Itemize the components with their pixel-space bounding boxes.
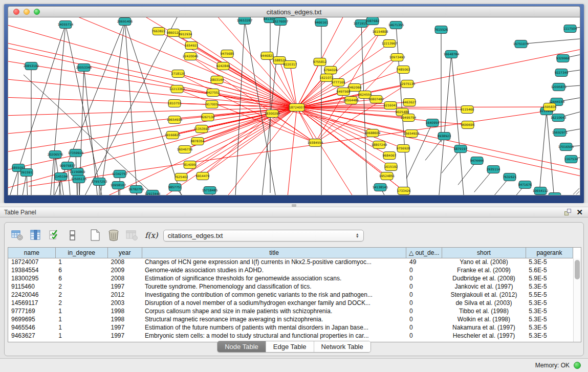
- column-header-in-degree[interactable]: in_degree: [55, 248, 107, 258]
- table-cell[interactable]: Structural magnetic resonance image aver…: [142, 315, 406, 323]
- graph-node[interactable]: 15751074: [513, 40, 529, 48]
- graph-node[interactable]: 1117504: [563, 25, 577, 33]
- graph-node[interactable]: 12213363: [169, 85, 185, 93]
- table-cell[interactable]: 2012: [107, 291, 142, 299]
- graph-node[interactable]: 16782759: [128, 186, 144, 193]
- graph-node[interactable]: 1654921: [185, 42, 199, 50]
- table-cell[interactable]: 0: [406, 332, 442, 340]
- graph-node[interactable]: 12505135: [71, 176, 87, 183]
- graph-node[interactable]: 12975135: [400, 80, 416, 88]
- column-header-year[interactable]: year: [107, 248, 142, 258]
- tab-node-table[interactable]: Node Table: [217, 341, 266, 352]
- graph-node[interactable]: 2803144: [210, 76, 224, 84]
- graph-node[interactable]: 9329966: [556, 55, 570, 62]
- graph-node[interactable]: 19654935: [167, 116, 183, 124]
- table-cell[interactable]: 5.9E-5: [526, 274, 573, 282]
- table-cell[interactable]: 5.6E-5: [526, 266, 573, 274]
- table-cell[interactable]: 1: [55, 323, 107, 332]
- graph-node[interactable]: 9684067: [383, 152, 397, 160]
- graph-node[interactable]: 11353593: [194, 125, 210, 133]
- graph-node[interactable]: 2935114: [487, 166, 500, 173]
- graph-node[interactable]: 15692971: [552, 129, 568, 137]
- table-cell[interactable]: Tourette syndrome. Phenomenology and cla…: [142, 282, 406, 291]
- graph-node[interactable]: 16046736: [177, 146, 193, 154]
- graph-node[interactable]: 17957253: [92, 178, 107, 186]
- column-header-name[interactable]: name: [8, 248, 55, 258]
- graph-node[interactable]: 9755812: [313, 58, 327, 66]
- table-cell[interactable]: 1: [55, 258, 107, 266]
- graph-node[interactable]: 1167534: [564, 156, 578, 163]
- graph-node[interactable]: 20853102: [24, 62, 39, 70]
- table-cell[interactable]: Wolkin et al. (1998): [442, 315, 526, 323]
- table-row[interactable]: 946554611997Estimation of the future num…: [8, 323, 573, 332]
- column-header-pagerank[interactable]: pagerank: [526, 248, 573, 258]
- graph-node[interactable]: 2087682: [366, 17, 380, 25]
- table-cell[interactable]: 0: [406, 299, 442, 307]
- table-cell[interactable]: 9115460: [8, 282, 55, 291]
- column-header-out-de-[interactable]: △ out_de...: [406, 248, 442, 258]
- graph-node[interactable]: 14055714: [58, 21, 74, 29]
- graph-node[interactable]: 20564486: [343, 97, 359, 104]
- table-cell[interactable]: Corpus callosum shape and size in male p…: [142, 307, 406, 315]
- graph-node[interactable]: 1733426: [397, 187, 411, 195]
- table-cell[interactable]: 1: [55, 315, 107, 323]
- table-cell[interactable]: 0: [406, 315, 442, 323]
- column-visibility-button[interactable]: [28, 228, 43, 243]
- table-cell[interactable]: 5.3E-5: [526, 323, 573, 332]
- graph-node[interactable]: 6794028: [324, 67, 338, 74]
- graph-node[interactable]: 10688609: [365, 129, 381, 137]
- column-header-short[interactable]: short: [442, 248, 526, 258]
- graph-node[interactable]: 12342757: [112, 170, 128, 178]
- table-cell[interactable]: 2: [55, 299, 107, 307]
- table-cell[interactable]: 0: [406, 282, 442, 291]
- table-cell[interactable]: 18724007: [8, 258, 55, 266]
- table-cell[interactable]: 0: [406, 274, 442, 282]
- table-cell[interactable]: Embryonic stem cells: a model to study s…: [142, 332, 406, 340]
- graph-node[interactable]: 8220317: [284, 61, 297, 69]
- graph-node[interactable]: 8267130: [201, 114, 215, 121]
- table-cell[interactable]: 0: [406, 307, 442, 315]
- graph-node[interactable]: 9446821: [260, 52, 274, 60]
- column-header-title[interactable]: title: [142, 248, 406, 258]
- table-row[interactable]: 2242004622012Investigating the contribut…: [8, 291, 573, 299]
- table-cell[interactable]: Estimation of significance thresholds fo…: [142, 274, 406, 282]
- network-canvas[interactable]: 1405571420691406106532878413054152760079…: [8, 17, 580, 195]
- graph-node[interactable]: 14138141: [373, 184, 388, 191]
- graph-node[interactable]: 16210643: [551, 114, 567, 122]
- graph-node[interactable]: 7615526: [434, 26, 448, 34]
- table-cell[interactable]: 5.3E-5: [526, 282, 573, 291]
- graph-node[interactable]: 6497568: [337, 88, 351, 96]
- table-cell[interactable]: 9465546: [8, 323, 55, 332]
- table-select-dropdown[interactable]: citations_edges.txt ▲▼: [163, 230, 364, 242]
- table-cell[interactable]: 0: [406, 323, 442, 332]
- graph-node[interactable]: 9227349: [555, 69, 569, 77]
- graph-node[interactable]: 8427552: [206, 89, 220, 97]
- graph-node[interactable]: 7632621: [503, 173, 517, 181]
- table-cell[interactable]: Nakamura et al. (1997): [442, 323, 526, 332]
- graph-node[interactable]: 9474444: [470, 157, 484, 165]
- table-cell[interactable]: 2: [55, 291, 107, 299]
- select-all-button[interactable]: [47, 228, 62, 243]
- table-cell[interactable]: 6: [55, 266, 107, 274]
- graph-node[interactable]: 1615192: [384, 163, 398, 171]
- table-cell[interactable]: 6: [55, 274, 107, 282]
- tab-network-table[interactable]: Network Table: [314, 341, 371, 352]
- table-cell[interactable]: Disruption of a novel member of a sodium…: [142, 299, 406, 307]
- close-panel-icon[interactable]: ✕: [576, 209, 583, 215]
- function-builder-button[interactable]: f(x): [145, 231, 158, 240]
- graph-node[interactable]: 16154808: [373, 28, 388, 36]
- graph-node[interactable]: 10654112: [533, 187, 549, 195]
- graph-node[interactable]: 6914479: [196, 172, 210, 180]
- graph-node[interactable]: 19384554: [308, 139, 323, 147]
- graph-node[interactable]: 1810755: [168, 100, 182, 107]
- graph-node[interactable]: 1640954: [426, 119, 440, 127]
- table-cell[interactable]: Estimation of the future numbers of pati…: [142, 323, 406, 332]
- window-titlebar[interactable]: citations_edges.txt: [8, 6, 580, 17]
- graph-node[interactable]: 12923448: [145, 190, 161, 196]
- graph-node[interactable]: 11156869: [70, 168, 85, 176]
- tab-edge-table[interactable]: Edge Table: [266, 341, 314, 352]
- graph-node[interactable]: 6216041: [384, 102, 398, 110]
- graph-node[interactable]: 9466161: [315, 19, 329, 27]
- graph-node[interactable]: 18300295: [265, 110, 280, 118]
- float-panel-icon[interactable]: [564, 209, 571, 215]
